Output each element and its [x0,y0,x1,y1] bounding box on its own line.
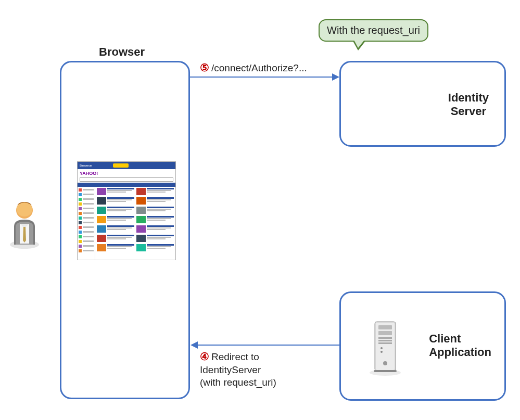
server-tower-icon [367,319,403,376]
arrow-5-text: /connect/Authorize?... [211,62,307,73]
arrow-5-caption: ⑤/connect/Authorize?... [200,61,307,75]
client-app-box: Client Application [339,291,506,401]
client-app-label-2: Application [429,346,491,359]
svg-rect-8 [378,331,392,335]
client-app-label-1: Client [429,332,491,346]
browser-thumbnail: Bienvenue YAHOO! [77,161,176,260]
arrow-4-num: ④ [200,350,209,363]
identity-server-box: Identity Server [339,61,506,147]
user-icon [6,198,43,250]
speech-bubble: With the request_uri [319,19,428,42]
arrow-4-head [191,341,198,349]
identity-server-label-2: Server [448,105,489,118]
arrow-5-line [190,77,333,78]
svg-rect-9 [378,337,392,339]
svg-point-14 [383,361,387,365]
svg-point-13 [381,351,383,353]
browser-box: Bienvenue YAHOO! [60,61,190,399]
arrow-4-caption: ④Redirect to IdentityServer (with reques… [200,350,276,389]
browser-title: Browser [99,45,145,59]
svg-point-12 [381,347,383,349]
arrow-4-text-3: (with request_uri) [200,376,276,389]
arrow-4-text-2: IdentityServer [200,364,276,377]
svg-rect-10 [378,340,392,341]
speech-tail [353,41,365,50]
svg-rect-15 [374,370,397,372]
identity-server-label-1: Identity [448,91,489,105]
arrow-4-line [197,345,339,346]
arrow-4-text-1: Redirect to [211,351,259,362]
arrow-5-head [332,73,339,81]
thumb-logo: YAHOO! [80,171,98,176]
svg-rect-11 [378,342,392,344]
speech-text: With the request_uri [327,24,420,36]
svg-rect-7 [378,325,392,329]
arrow-5-num: ⑤ [200,61,209,74]
